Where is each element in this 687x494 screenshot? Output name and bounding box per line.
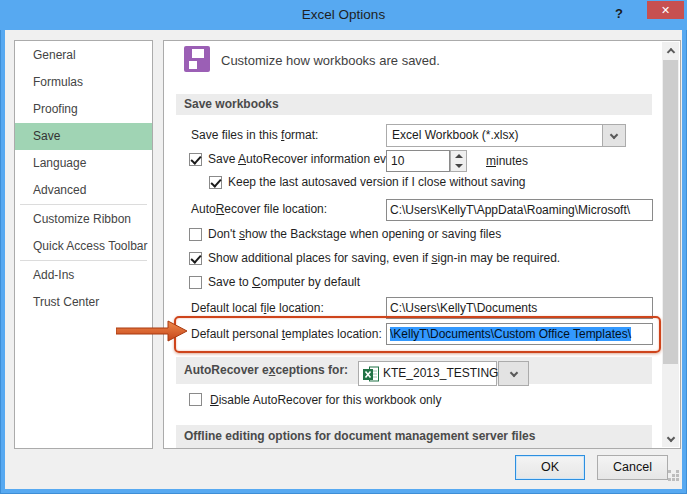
selected-text: \KellyT\Documents\Custom Office Template…: [390, 327, 631, 341]
section-offline-editing: Offline editing options for document man…: [176, 425, 652, 448]
autorecover-label[interactable]: Save AutoRecover information every: [208, 149, 403, 169]
save-floppy-icon: [184, 46, 210, 72]
sidebar-item-save[interactable]: Save: [15, 123, 152, 150]
triangle-down-icon: [455, 164, 463, 168]
keep-last-autosave-checkbox[interactable]: [209, 176, 222, 189]
chevron-down-icon: [666, 433, 674, 441]
exceptions-dropdown-button[interactable]: [498, 361, 529, 386]
titlebar[interactable]: Excel Options ? ✕: [0, 0, 687, 30]
dont-show-backstage-checkbox[interactable]: [189, 228, 202, 241]
chevron-down-icon: [610, 130, 618, 138]
spin-up-button[interactable]: [451, 151, 466, 161]
section-title: Save workbooks: [176, 94, 652, 115]
exceptions-workbook-value: KTE_2013_TESTING...: [383, 362, 508, 385]
scroll-down-button[interactable]: [662, 430, 679, 447]
templates-location-label: Default personal templates location:: [191, 324, 382, 344]
sidebar-item-formulas[interactable]: Formulas: [15, 69, 152, 96]
sidebar-item-customize-ribbon[interactable]: Customize Ribbon: [15, 206, 152, 233]
sidebar-item-language[interactable]: Language: [15, 150, 152, 177]
scroll-up-button[interactable]: [662, 42, 679, 59]
local-location-input[interactable]: C:\Users\KellyT\Documents: [386, 297, 653, 319]
excel-options-dialog: Excel Options ? ✕ General Formulas Proof…: [0, 0, 687, 494]
autorecover-location-input[interactable]: C:\Users\KellyT\AppData\Roaming\Microsof…: [386, 199, 653, 221]
sidebar-separator: [20, 260, 147, 261]
ok-button[interactable]: OK: [515, 455, 585, 480]
keep-last-autosave-label[interactable]: Keep the last autosaved version if I clo…: [228, 172, 526, 192]
autorecover-location-label: AutoRecover file location:: [191, 199, 327, 219]
sidebar-item-trust-center[interactable]: Trust Center: [15, 289, 152, 316]
show-additional-places-checkbox[interactable]: [189, 252, 202, 265]
section-save-workbooks: Save workbooks: [176, 94, 652, 115]
show-additional-places-label[interactable]: Show additional places for saving, even …: [208, 248, 560, 268]
page-description: Customize how workbooks are saved.: [221, 51, 440, 71]
main-panel: Customize how workbooks are saved. Save …: [163, 40, 681, 449]
file-format-value: Excel Workbook (*.xlsx): [392, 125, 599, 146]
scrollbar[interactable]: [662, 42, 679, 447]
file-format-label: Save files in this format:: [191, 125, 318, 145]
sidebar: General Formulas Proofing Save Language …: [14, 40, 153, 449]
close-button[interactable]: ✕: [647, 1, 684, 19]
local-location-label: Default local file location:: [191, 298, 324, 318]
dialog-title: Excel Options: [0, 0, 687, 30]
minutes-unit-label: minutes: [486, 151, 528, 171]
chevron-down-icon: [509, 368, 517, 376]
file-format-dropdown-button[interactable]: [602, 125, 625, 146]
disable-autorecover-checkbox[interactable]: [189, 393, 202, 406]
save-to-computer-label[interactable]: Save to Computer by default: [208, 272, 360, 292]
sidebar-item-general[interactable]: General: [15, 42, 152, 69]
close-icon: ✕: [661, 4, 670, 16]
save-to-computer-checkbox[interactable]: [189, 276, 202, 289]
spin-buttons[interactable]: [450, 150, 467, 172]
section-title: Offline editing options for document man…: [176, 425, 652, 448]
cancel-button[interactable]: Cancel: [597, 455, 668, 480]
minutes-spinner[interactable]: 10: [386, 150, 450, 172]
help-icon[interactable]: ?: [605, 0, 633, 28]
sidebar-item-advanced[interactable]: Advanced: [15, 177, 152, 204]
autorecover-checkbox[interactable]: [189, 153, 202, 166]
minutes-value[interactable]: 10: [391, 151, 404, 171]
scrollbar-thumb[interactable]: [663, 60, 678, 364]
sidebar-item-proofing[interactable]: Proofing: [15, 96, 152, 123]
spin-down-button[interactable]: [451, 161, 466, 171]
exceptions-workbook-select[interactable]: KTE_2013_TESTING...: [358, 361, 497, 386]
file-format-select[interactable]: Excel Workbook (*.xlsx): [386, 124, 626, 147]
excel-file-icon: [363, 366, 379, 382]
dont-show-backstage-label[interactable]: Don't show the Backstage when opening or…: [208, 224, 501, 244]
sidebar-separator: [20, 204, 147, 205]
disable-autorecover-label[interactable]: Disable AutoRecover for this workbook on…: [210, 390, 441, 410]
resize-grip[interactable]: [668, 470, 671, 473]
sidebar-item-add-ins[interactable]: Add-Ins: [15, 262, 152, 289]
sidebar-item-quick-access-toolbar[interactable]: Quick Access Toolbar: [15, 233, 152, 260]
templates-location-input[interactable]: \KellyT\Documents\Custom Office Template…: [386, 323, 653, 345]
triangle-up-icon: [455, 154, 463, 158]
chevron-up-icon: [666, 47, 674, 55]
